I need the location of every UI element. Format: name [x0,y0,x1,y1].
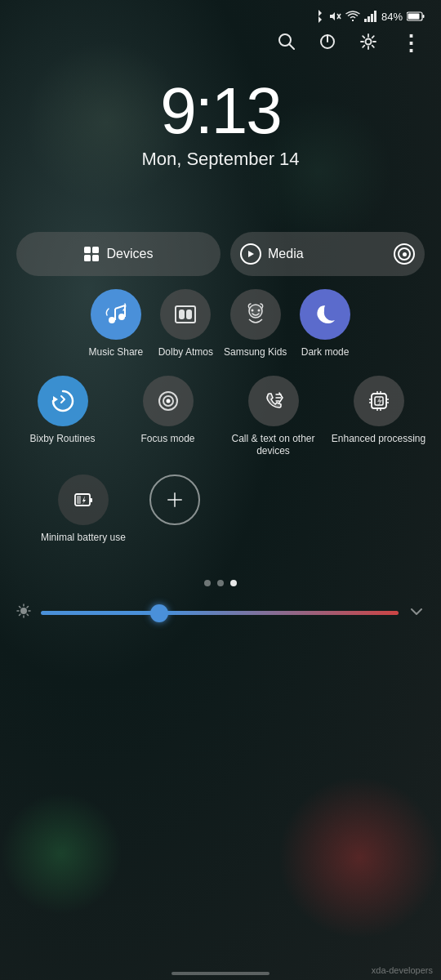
time-display: 9:13 [141,78,299,144]
bixby-routines-icon[interactable] [38,376,88,426]
svg-rect-7 [423,15,425,18]
focus-mode-label: Focus mode [140,433,194,446]
bixby-label: Bixby Routines [29,433,95,446]
brightness-row [0,593,441,633]
qs-row-1: Music Share Dolby Atmos [71,289,370,359]
time-section: 9:13 Mon, September 14 [141,78,299,170]
svg-rect-45 [90,498,92,502]
svg-marker-30 [53,396,58,403]
svg-point-28 [251,310,253,312]
qs-item-minimal-battery: Minimal battery use [41,474,126,545]
minimal-battery-label: Minimal battery use [41,532,126,545]
mute-icon [328,11,341,22]
media-label: Media [268,247,304,261]
qs-item-focus: Focus mode [118,376,217,458]
svg-point-33 [166,399,170,403]
svg-rect-14 [84,247,91,253]
page-indicators [204,580,237,586]
enhanced-processing-label: Enhanced processing [332,433,425,446]
qs-item-call-text: Call & text on other devices [224,376,323,458]
call-text-icon[interactable] [248,376,299,426]
qs-row-2: Bixby Routines Focus mode [0,376,441,458]
bluetooth-icon [313,10,324,23]
svg-line-23 [115,305,125,309]
svg-line-56 [20,614,21,616]
add-tile-button[interactable] [149,474,200,525]
svg-rect-3 [368,16,370,22]
dark-mode-icon[interactable] [300,289,350,340]
more-icon[interactable]: ⋮ [400,33,421,56]
qs-item-bixby: Bixby Routines [13,376,112,458]
samsung-kids-label: Samsung Kids [224,346,287,359]
music-share-icon[interactable] [91,289,141,340]
svg-rect-26 [186,310,192,319]
wifi-icon [345,11,360,22]
settings-icon[interactable] [359,33,377,56]
signal-icon [364,11,377,22]
svg-rect-8 [408,14,420,20]
devices-label: Devices [107,247,154,261]
svg-rect-24 [176,306,195,323]
page-dot-2[interactable] [217,580,224,586]
search-icon[interactable] [278,33,296,56]
svg-rect-16 [84,255,91,261]
dolby-label: Dolby Atmos [158,346,213,359]
svg-rect-46 [77,496,81,504]
watermark: xda-developers [372,965,433,975]
qs-item-add [132,474,217,545]
svg-line-10 [289,44,294,49]
call-text-label: Call & text on other devices [224,433,323,458]
brightness-thumb[interactable] [150,604,168,622]
focus-mode-icon[interactable] [143,376,194,426]
qs-item-music-share: Music Share [84,289,147,359]
battery-icon [407,11,425,21]
brightness-expand-icon[interactable] [408,603,425,623]
samsung-kids-icon[interactable] [230,289,281,340]
svg-line-55 [27,614,29,616]
brightness-track[interactable] [41,611,399,615]
svg-point-20 [118,314,125,320]
svg-marker-18 [248,251,254,257]
quick-actions-bar: ⋮ [0,26,441,62]
svg-rect-17 [92,255,99,261]
power-icon[interactable] [318,33,336,56]
qs-item-enhanced: Enhanced processing [329,376,428,458]
dark-mode-label: Dark mode [301,346,350,359]
svg-line-54 [20,607,21,608]
enhanced-processing-icon[interactable] [354,376,404,426]
status-icons: 84% [313,10,425,23]
svg-point-49 [20,608,27,614]
svg-point-29 [257,310,260,312]
media-target-icon [394,243,415,265]
media-left: Media [240,243,304,265]
date-display: Mon, September 14 [141,149,299,170]
home-indicator [172,972,270,975]
battery-percentage: 84% [381,11,403,23]
svg-point-13 [366,39,372,45]
svg-rect-5 [374,11,376,22]
media-button[interactable]: Media [230,232,425,276]
page-dot-1[interactable] [204,580,211,586]
svg-rect-2 [364,19,367,22]
qs-item-samsung-kids: Samsung Kids [224,289,287,359]
svg-rect-4 [371,14,373,22]
svg-rect-25 [179,310,185,319]
qs-item-dark-mode: Dark mode [293,289,356,359]
qs-item-dolby: Dolby Atmos [154,289,217,359]
media-play-icon [240,243,261,265]
dolby-icon[interactable] [160,289,211,340]
minimal-battery-icon[interactable] [58,474,109,525]
music-share-label: Music Share [89,346,144,359]
devices-button[interactable]: Devices [16,232,220,276]
svg-line-57 [27,607,29,608]
page-dot-3[interactable] [230,580,237,586]
brightness-low-icon [16,604,31,622]
status-bar: 84% [0,0,441,26]
svg-rect-15 [92,247,99,253]
devices-media-row: Devices Media [0,219,441,289]
qs-row-3: Minimal battery use [28,474,413,545]
devices-icon [84,247,100,261]
svg-point-19 [109,317,115,323]
